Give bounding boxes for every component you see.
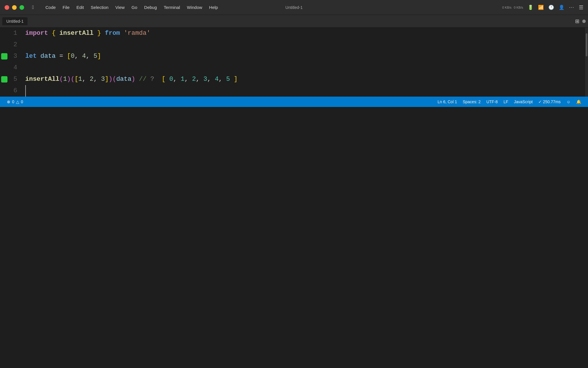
- breakpoint-5: [1, 76, 7, 83]
- language-status[interactable]: JavaScript: [512, 99, 535, 105]
- user-icon: 👤: [559, 5, 564, 10]
- keyword-from: from: [105, 28, 120, 39]
- menu-file[interactable]: File: [59, 4, 73, 11]
- apple-icon: : [32, 5, 34, 10]
- code-line-3: let data = [ 0 , 4 , 5 ]: [25, 51, 588, 62]
- vertical-scrollbar[interactable]: [585, 28, 588, 97]
- titlebar:  Code File Edit Selection View Go Debug…: [0, 0, 588, 15]
- line-num-1: 1: [0, 28, 17, 39]
- code-editor[interactable]: import { insertAll } from 'ramda' let da…: [23, 28, 588, 97]
- menu-debug[interactable]: Debug: [141, 4, 160, 11]
- encoding-status[interactable]: UTF-8: [484, 99, 500, 105]
- line-num-2: 2: [0, 39, 17, 51]
- unsaved-indicator: [582, 20, 586, 23]
- editor-area[interactable]: 1 2 3 4 5 6 import { insertAll }: [0, 28, 588, 97]
- menu-selection[interactable]: Selection: [87, 4, 112, 11]
- menu-terminal[interactable]: Terminal: [160, 4, 183, 11]
- split-editor-icon[interactable]: ⊞: [575, 18, 579, 24]
- code-line-5: insertAll ( 1 ) ( [ 1 , 2 , 3 ] ) ( data…: [25, 74, 588, 85]
- menu-edit[interactable]: Edit: [73, 4, 87, 11]
- errors-status[interactable]: ⊗ 0 △ 0: [5, 99, 26, 105]
- timing-status: ✓ 250.77ms: [536, 99, 563, 105]
- smiley-icon[interactable]: ☺: [564, 99, 573, 105]
- network-stats: 0 KB/s 0 KB/s: [502, 5, 523, 9]
- line-num-5: 5: [0, 74, 17, 85]
- more-icon[interactable]: ···: [569, 4, 574, 10]
- breakpoint-3: [1, 53, 7, 60]
- wifi-icon: 📶: [538, 5, 544, 10]
- code-line-2: [25, 39, 588, 51]
- scrollbar-thumb[interactable]: [586, 33, 587, 56]
- status-left: ⊗ 0 △ 0: [5, 99, 26, 105]
- status-bar: ⊗ 0 △ 0 Ln 6, Col 1 Spaces: 2 UTF-8 LF J…: [0, 97, 588, 107]
- active-tab[interactable]: Untitled-1: [2, 17, 28, 25]
- clock-icon: 🕐: [548, 5, 554, 10]
- line-num-6: 6: [0, 85, 17, 97]
- error-icon: ⊗: [7, 99, 10, 104]
- code-line-4: [25, 62, 588, 74]
- list-icon[interactable]: ☰: [579, 4, 583, 11]
- bell-icon[interactable]: 🔔: [574, 99, 583, 105]
- menu-code[interactable]: Code: [42, 4, 59, 11]
- spaces-setting[interactable]: Spaces: 2: [461, 99, 483, 105]
- tab-bar: Untitled-1 ⊞: [0, 15, 588, 28]
- menu-go[interactable]: Go: [128, 4, 141, 11]
- titlebar-right: 0 KB/s 0 KB/s 🔋 📶 🕐 👤 ··· ☰: [502, 4, 588, 11]
- titlebar-left:  Code File Edit Selection View Go Debug…: [0, 4, 121, 11]
- tab-bar-left: Untitled-1: [2, 17, 28, 25]
- traffic-lights: [5, 5, 24, 10]
- battery-icon: 🔋: [528, 5, 533, 10]
- warning-icon: △: [16, 99, 19, 104]
- menu-view[interactable]: View: [112, 4, 128, 11]
- close-button[interactable]: [5, 5, 9, 10]
- minimize-button[interactable]: [12, 5, 17, 10]
- menu-bar: Code File Edit Selection View Go Debug T…: [42, 4, 221, 11]
- maximize-button[interactable]: [20, 5, 24, 10]
- line-num-3: 3: [0, 51, 17, 62]
- keyword-import: import: [25, 28, 48, 39]
- line-number-gutter: 1 2 3 4 5 6: [0, 28, 23, 97]
- tab-label: Untitled-1: [6, 19, 24, 24]
- line-ending-status[interactable]: LF: [501, 99, 510, 105]
- code-line-1: import { insertAll } from 'ramda': [25, 28, 588, 39]
- cursor-position[interactable]: Ln 6, Col 1: [435, 99, 459, 105]
- code-line-6: [25, 85, 588, 97]
- status-right: Ln 6, Col 1 Spaces: 2 UTF-8 LF JavaScrip…: [435, 99, 583, 105]
- line-num-4: 4: [0, 62, 17, 74]
- window-title: Untitled-1: [285, 5, 303, 10]
- menu-help[interactable]: Help: [206, 4, 221, 11]
- tab-bar-right: ⊞: [575, 18, 586, 24]
- menu-window[interactable]: Window: [183, 4, 206, 11]
